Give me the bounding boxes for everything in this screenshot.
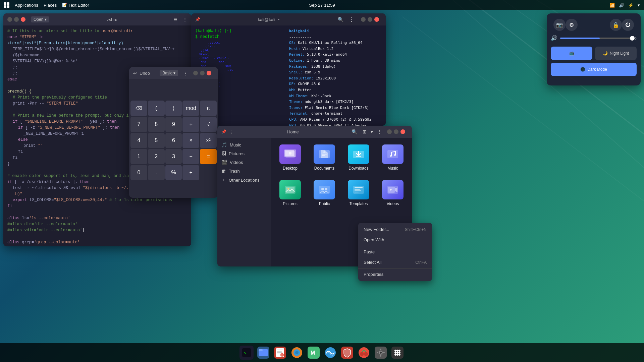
volume-icon[interactable]: 🔊 <box>619 3 624 8</box>
qs-volume-arrow[interactable]: › <box>635 35 637 41</box>
terminal-minimize[interactable] <box>361 17 366 22</box>
calc-btn-square[interactable]: x² <box>200 133 217 148</box>
calc-btn-5[interactable]: 5 <box>148 133 165 148</box>
fm-search-icon[interactable]: 🔍 <box>352 129 357 134</box>
calc-btn-9[interactable]: 9 <box>165 117 182 132</box>
code-line-3: xterm*|rxvt*|Eterm|aterm|kterm|gnome*|al… <box>7 40 187 46</box>
qs-lock-button[interactable]: 🔒 <box>610 19 622 31</box>
calc-close[interactable] <box>207 71 211 75</box>
power-icon[interactable]: ▾ <box>638 3 640 8</box>
terminal-search-icon[interactable]: 🔍 <box>338 17 343 22</box>
folder-documents[interactable]: Documents <box>309 142 339 173</box>
sidebar-item-other-locations[interactable]: ＋ Other Locations <box>217 175 271 185</box>
calc-btn-mod[interactable]: mod <box>182 101 199 116</box>
places-menu[interactable]: Places <box>44 3 57 8</box>
code-line-29: #alias vdir='vdir --color=auto'| <box>7 227 187 233</box>
fm-options-icon[interactable]: ⋮ <box>377 129 382 134</box>
calc-btn-2[interactable]: 2 <box>148 149 165 164</box>
calc-btn-sqrt[interactable]: √ <box>200 117 217 132</box>
qs-screenshot-button[interactable]: 📷 <box>553 19 566 31</box>
terminal-content[interactable]: (kali@kali)-[~] $ neofetch ,;:ccc, ,;1x0… <box>191 25 386 126</box>
calc-btn-7[interactable]: 7 <box>130 117 147 132</box>
ctx-select-all[interactable]: Select All Ctrl+A <box>358 257 432 267</box>
menu-icon[interactable]: ⋮ <box>183 17 187 22</box>
taskbar-mullvad[interactable]: M <box>307 346 321 360</box>
battery-icon[interactable]: ⚡ <box>628 3 634 8</box>
taskbar-terminal[interactable]: $_ <box>239 346 254 360</box>
network-icon[interactable]: 📶 <box>609 3 615 8</box>
taskbar-files[interactable] <box>256 346 270 360</box>
sidebar-item-pictures[interactable]: 🖼 Pictures <box>217 149 271 158</box>
calc-btn-percent[interactable]: % <box>165 165 182 180</box>
sidebar-item-music[interactable]: 🎵 Music <box>217 140 271 149</box>
folder-downloads[interactable]: Downloads <box>343 142 374 173</box>
fm-view-toggle[interactable]: ▾ <box>371 129 373 134</box>
folder-pictures[interactable]: Pictures <box>275 177 305 209</box>
calc-btn-open-paren[interactable]: ( <box>148 101 165 116</box>
calc-btn-pi[interactable]: π <box>200 101 217 116</box>
ctx-new-folder[interactable]: New Folder... Shift+Ctrl+N <box>358 224 432 235</box>
fm-close[interactable] <box>400 129 405 134</box>
calc-btn-3[interactable]: 3 <box>165 149 182 164</box>
ctx-properties[interactable]: Properties <box>358 269 432 280</box>
terminal-close[interactable] <box>374 17 379 22</box>
calc-mode-selector[interactable]: Basic ▾ <box>160 70 178 76</box>
fm-menu-icon[interactable]: ⋮ <box>229 129 234 135</box>
calc-btn-0[interactable]: 0 <box>130 165 147 180</box>
volume-icon: 🔊 <box>551 35 557 41</box>
folder-desktop[interactable]: Desktop <box>275 142 305 173</box>
terminal-maximize[interactable] <box>368 17 372 22</box>
calc-btn-divide[interactable]: ÷ <box>182 117 199 132</box>
calc-btn-backspace[interactable]: ⌫ <box>130 101 147 116</box>
taskbar-settings[interactable] <box>374 346 388 360</box>
calc-options-icon[interactable]: ⋮ <box>183 71 188 76</box>
qs-night-light-button[interactable]: 🌙 Night Light <box>595 47 637 60</box>
fm-maximize[interactable] <box>394 129 398 134</box>
ctx-open-with[interactable]: Open With... <box>358 235 432 245</box>
calc-btn-close-paren[interactable]: ) <box>165 101 182 116</box>
folder-public[interactable]: Public <box>309 177 339 209</box>
calc-btn-equals[interactable]: = <box>200 149 217 164</box>
applications-menu[interactable]: Applications <box>15 3 38 8</box>
fm-minimize[interactable] <box>387 129 392 134</box>
qs-settings-button[interactable]: ⚙ <box>566 19 578 31</box>
taskbar-cherry[interactable] <box>357 346 371 360</box>
calc-btn-minus[interactable]: − <box>182 149 199 164</box>
qs-volume-slider[interactable] <box>560 38 632 39</box>
folder-music[interactable]: Music <box>378 142 408 173</box>
calc-btn-1[interactable]: 1 <box>130 149 147 164</box>
close-button[interactable] <box>21 17 25 22</box>
activities-icon[interactable] <box>4 2 9 8</box>
taskbar-wave-browser[interactable] <box>323 346 337 360</box>
calc-btn-multiply[interactable]: × <box>182 133 199 148</box>
minimize-button[interactable] <box>7 17 12 22</box>
calc-minimize[interactable] <box>193 71 198 75</box>
calc-undo-label[interactable]: Undo <box>140 71 150 76</box>
taskbar-vpn[interactable] <box>340 346 354 360</box>
qs-dark-mode-button[interactable]: 🌑 Dark Mode <box>551 63 637 76</box>
sidebar-item-trash[interactable]: 🗑 Trash <box>217 167 271 175</box>
maximize-button[interactable] <box>14 17 19 22</box>
sidebar-item-videos[interactable]: 🎬 Videos <box>217 158 271 167</box>
folder-templates[interactable]: Templates <box>343 177 374 209</box>
fm-grid-icon[interactable]: ⊞ <box>363 129 367 134</box>
terminal-menu-icon[interactable]: ⋮ <box>349 16 354 23</box>
calc-btn-decimal[interactable]: . <box>148 165 165 180</box>
hamburger-icon[interactable]: ☰ <box>173 17 177 22</box>
code-line-25: export LS_COLORS="$LS_COLORS:ow=30;44:" … <box>7 197 187 203</box>
taskbar-apps-grid[interactable] <box>390 346 405 360</box>
calc-undo-icon[interactable]: ↩ <box>133 71 137 76</box>
open-button[interactable]: Open ▾ <box>31 16 49 22</box>
text-editor-indicator[interactable]: 📝 Text Editor <box>62 3 89 8</box>
ctx-paste[interactable]: Paste <box>358 247 432 257</box>
folder-videos[interactable]: Videos <box>378 177 408 209</box>
calc-btn-8[interactable]: 8 <box>148 117 165 132</box>
qs-power-button[interactable]: ⏻ <box>622 19 634 31</box>
calc-btn-6[interactable]: 6 <box>165 133 182 148</box>
taskbar-firefox[interactable] <box>290 346 304 360</box>
taskbar-text-editor[interactable]: ✏ <box>273 346 287 360</box>
calc-btn-4[interactable]: 4 <box>130 133 147 148</box>
calc-maximize[interactable] <box>200 71 205 75</box>
qs-toggle-active-button[interactable]: 📺 <box>551 47 592 60</box>
calc-btn-plus[interactable]: + <box>182 165 199 180</box>
